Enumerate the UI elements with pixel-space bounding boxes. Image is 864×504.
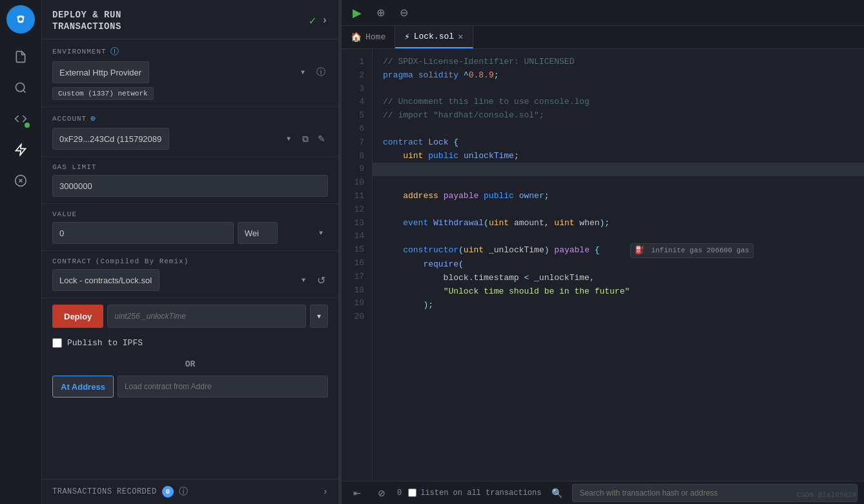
title-line1: DEPLOY & RUN (52, 9, 121, 21)
collapse-button[interactable]: ⇤ (348, 484, 366, 502)
account-select[interactable]: 0xF29...243Cd (115792089 (52, 128, 169, 150)
gas-limit-input[interactable] (52, 175, 328, 197)
expand-arrow-icon[interactable]: › (322, 15, 328, 26)
network-badge: Custom (1337) network (52, 87, 154, 100)
watermark: CSDN @lal95828 (797, 491, 856, 499)
contract-select-wrapper: Lock - contracts/Lock.sol (52, 269, 311, 291)
home-tab-label: Home (365, 32, 386, 42)
environment-select-row: External Http Provider ⓘ (52, 61, 328, 83)
copy-address-button[interactable]: ⧉ (300, 131, 311, 147)
environment-info-button[interactable]: ⓘ (314, 64, 328, 81)
environment-select[interactable]: External Http Provider (52, 61, 149, 83)
transactions-expand-icon[interactable]: › (323, 487, 328, 497)
line-numbers: 1 2 3 4 5 6 7 8 9 10 11 12 13 14 15 16 1… (342, 49, 373, 481)
remix-logo[interactable] (6, 5, 35, 34)
sidebar-item-search[interactable] (8, 75, 34, 101)
listen-checkbox[interactable] (408, 489, 417, 497)
bottom-tx-count: 0 (397, 489, 402, 498)
transactions-label: Transactions recorded (52, 487, 157, 496)
load-contract-address-input[interactable] (118, 376, 328, 398)
sidebar-item-deploy[interactable] (8, 137, 34, 163)
stop-button[interactable]: ⊘ (373, 484, 391, 502)
edit-address-button[interactable]: ✎ (315, 131, 328, 146)
svg-point-2 (16, 83, 25, 92)
unit-select-wrapper: Wei Gwei Finney Ether (238, 222, 328, 244)
gas-annotation: ⛽ infinite gas 206600 gas (630, 243, 754, 258)
value-input-wrapper (52, 222, 234, 244)
compile-badge (23, 121, 31, 129)
check-icon: ✓ (309, 14, 316, 28)
deploy-panel: DEPLOY & RUN TRANSACTIONS ✓ › ENVIRONMEN… (42, 0, 339, 504)
at-address-row: At Address (42, 376, 338, 408)
account-label: ACCOUNT ⊕ (52, 114, 328, 124)
environment-section: ENVIRONMENT ⓘ External Http Provider ⓘ C… (42, 39, 338, 107)
account-plus-icon[interactable]: ⊕ (90, 114, 96, 124)
refresh-contract-button[interactable]: ↺ (314, 272, 328, 289)
transactions-info-icon[interactable]: ⓘ (179, 486, 188, 498)
run-button[interactable]: ▶ (347, 3, 367, 23)
title-line2: TRANSACTIONS (52, 21, 121, 32)
unit-select[interactable]: Wei Gwei Finney Ether (238, 222, 278, 244)
editor-toolbar: ▶ ⊕ ⊖ (342, 0, 864, 26)
contract-row: Lock - contracts/Lock.sol ↺ (52, 269, 328, 291)
account-row: 0xF29...243Cd (115792089 ⧉ ✎ (52, 128, 328, 150)
listen-row: listen on all transactions (408, 489, 541, 498)
lock-tab-label: Lock.sol (414, 32, 454, 41)
sidebar-item-debug[interactable] (8, 168, 34, 194)
at-address-button[interactable]: At Address (52, 376, 114, 398)
or-divider: OR (42, 354, 338, 376)
value-section: VALUE Wei Gwei Finney Ether (42, 204, 338, 251)
sidebar-item-files[interactable] (8, 44, 34, 70)
editor-tabs: 🏠 Home ⚡ Lock.sol ✕ (342, 26, 864, 49)
environment-info-icon[interactable]: ⓘ (110, 46, 119, 57)
value-input[interactable] (52, 222, 234, 244)
search-button[interactable]: 🔍 (548, 484, 566, 502)
transactions-count-badge: 0 (162, 486, 174, 498)
value-row: Wei Gwei Finney Ether (52, 222, 328, 244)
gas-limit-label: GAS LIMIT (52, 163, 328, 171)
panel-title-icons: ✓ › (309, 14, 328, 28)
gas-limit-section: GAS LIMIT (42, 157, 338, 204)
panel-header: DEPLOY & RUN TRANSACTIONS ✓ › (42, 0, 338, 39)
editor-area: ▶ ⊕ ⊖ 🏠 Home ⚡ Lock.sol ✕ 1 2 3 4 5 6 7 … (342, 0, 864, 504)
icon-bar (0, 0, 42, 504)
publish-ipfs-label: Publish to IPFS (67, 338, 143, 348)
deploy-param-input[interactable] (107, 305, 306, 328)
zoom-in-button[interactable]: ⊕ (370, 3, 391, 23)
code-content[interactable]: // SPDX-License-Identifier: UNLICENSED p… (373, 49, 864, 481)
value-label: VALUE (52, 210, 328, 218)
publish-row: Publish to IPFS (42, 334, 338, 354)
bottom-bar: ⇤ ⊘ 0 listen on all transactions 🔍 (342, 481, 864, 504)
environment-select-wrapper: External Http Provider (52, 61, 310, 83)
svg-line-3 (23, 90, 26, 93)
svg-marker-4 (16, 145, 26, 156)
contract-label: CONTRACT (Compiled By Remix) (52, 257, 328, 265)
svg-point-1 (19, 17, 23, 21)
zoom-out-button[interactable]: ⊖ (393, 3, 414, 23)
account-section: ACCOUNT ⊕ 0xF29...243Cd (115792089 ⧉ ✎ (42, 107, 338, 157)
listen-label: listen on all transactions (420, 489, 541, 498)
sidebar-item-compile[interactable] (8, 106, 34, 132)
tab-lock-sol[interactable]: ⚡ Lock.sol ✕ (395, 26, 473, 48)
code-container: 1 2 3 4 5 6 7 8 9 10 11 12 13 14 15 16 1… (342, 49, 864, 481)
contract-section: CONTRACT (Compiled By Remix) Lock - cont… (42, 251, 338, 298)
account-select-wrapper: 0xF29...243Cd (115792089 (52, 128, 296, 150)
environment-label: ENVIRONMENT ⓘ (52, 46, 328, 57)
panel-title-text: DEPLOY & RUN TRANSACTIONS (52, 9, 121, 32)
deploy-row: Deploy ▾ (42, 298, 338, 334)
home-tab-icon: 🏠 (351, 32, 362, 43)
deploy-button[interactable]: Deploy (52, 305, 103, 328)
tab-home[interactable]: 🏠 Home (342, 26, 395, 48)
publish-ipfs-checkbox[interactable] (52, 338, 62, 348)
contract-select[interactable]: Lock - contracts/Lock.sol (52, 269, 159, 291)
panel-title: DEPLOY & RUN TRANSACTIONS ✓ › (52, 9, 328, 32)
lock-tab-icon: ⚡ (404, 31, 409, 42)
lock-tab-close[interactable]: ✕ (458, 32, 463, 41)
transactions-footer: Transactions recorded 0 ⓘ › (42, 479, 338, 504)
deploy-expand-button[interactable]: ▾ (310, 305, 328, 328)
